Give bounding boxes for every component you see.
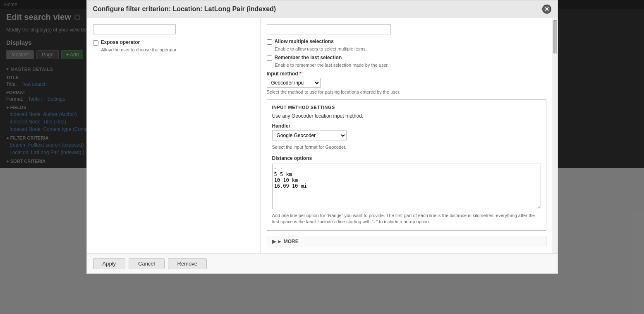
cancel-button[interactable]: Cancel bbox=[129, 258, 164, 269]
more-arrow-icon: ▶ bbox=[272, 239, 276, 244]
left-top-input[interactable] bbox=[93, 24, 176, 34]
modal-header: Configure filter criterion: Location: La… bbox=[87, 0, 558, 18]
modal-dialog: Configure filter criterion: Location: La… bbox=[86, 0, 558, 274]
remember-selection-help: Enable to remember the last selection ma… bbox=[275, 63, 546, 68]
allow-multiple-checkbox[interactable] bbox=[267, 39, 272, 45]
remember-selection-label[interactable]: Remember the last selection bbox=[275, 55, 342, 60]
input-method-required: * bbox=[299, 71, 302, 77]
distance-options-textarea[interactable]: - - 5 5 km 10 10 km 16.09 10 mi bbox=[272, 164, 541, 209]
distance-options-help: Add one line per option for “Range” you … bbox=[272, 213, 541, 225]
input-method-label: Input method * bbox=[267, 71, 546, 77]
remove-button[interactable]: Remove bbox=[168, 258, 207, 269]
more-section: ▶ ► MORE bbox=[267, 236, 546, 247]
expose-operator-checkbox[interactable] bbox=[93, 40, 98, 46]
expose-operator-help: Allow the user to choose the operator. bbox=[101, 47, 254, 52]
input-method-help: Select the method to use for parsing loc… bbox=[267, 89, 546, 94]
background-page: Home Edit search view Modify the display… bbox=[0, 0, 644, 314]
input-method-select[interactable]: Geocoder input bbox=[267, 78, 321, 88]
modal-right-column: Allow multiple selections Enable to allo… bbox=[261, 18, 553, 254]
input-method-field: Input method * Geocoder input Select the… bbox=[267, 71, 546, 94]
allow-multiple-row: Allow multiple selections bbox=[267, 39, 546, 45]
input-method-settings-desc: Use any Geocoder location input method. bbox=[272, 113, 541, 119]
apply-button[interactable]: Apply bbox=[93, 258, 126, 269]
expose-operator-row: Expose operator bbox=[93, 39, 254, 46]
allow-multiple-label[interactable]: Allow multiple selections bbox=[275, 39, 334, 44]
modal-title: Configure filter criterion: Location: La… bbox=[93, 5, 276, 13]
more-label: ► MORE bbox=[278, 239, 299, 244]
left-top-input-container bbox=[93, 24, 176, 34]
modal-body: Expose operator Allow the user to choose… bbox=[87, 18, 558, 254]
handler-help: Select the input format for Geocoder. bbox=[272, 145, 541, 150]
expose-operator-label[interactable]: Expose operator bbox=[101, 39, 140, 45]
remember-selection-checkbox[interactable] bbox=[267, 56, 272, 61]
modal-overlay: Configure filter criterion: Location: La… bbox=[0, 0, 644, 314]
remember-selection-row: Remember the last selection bbox=[267, 55, 546, 61]
modal-scroll-thumb[interactable] bbox=[553, 20, 557, 53]
modal-left-column: Expose operator Allow the user to choose… bbox=[87, 18, 261, 254]
distance-options-label: Distance options bbox=[272, 155, 541, 161]
allow-multiple-help: Enable to allow users to select multiple… bbox=[275, 46, 546, 51]
input-method-settings-box: INPUT METHOD SETTINGS Use any Geocoder l… bbox=[267, 99, 546, 231]
modal-scrollbar[interactable] bbox=[553, 18, 558, 254]
right-top-input[interactable] bbox=[267, 24, 391, 34]
input-method-settings-title: INPUT METHOD SETTINGS bbox=[272, 105, 541, 110]
handler-select[interactable]: Google Geocoder Nominatim bbox=[272, 130, 347, 140]
modal-close-button[interactable]: ✕ bbox=[542, 5, 551, 14]
more-toggle[interactable]: ▶ ► MORE bbox=[267, 236, 546, 247]
modal-footer: Apply Cancel Remove bbox=[87, 254, 558, 273]
handler-label: Handler bbox=[272, 123, 541, 129]
